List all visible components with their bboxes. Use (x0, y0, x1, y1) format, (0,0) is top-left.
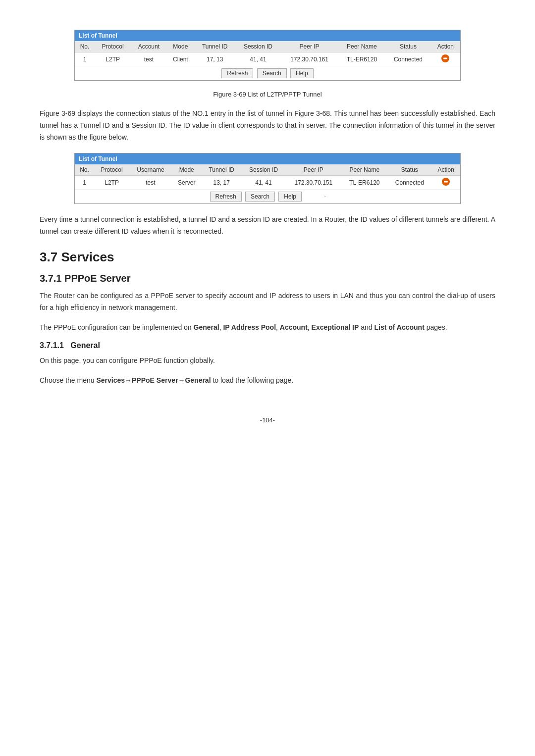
table-1-buttons: Refresh Search Help (75, 66, 460, 81)
cell-peer-name: TL-ER6120 (338, 52, 385, 66)
section-371-title: PPPoE Server (64, 273, 130, 284)
cell-status: Connected (385, 52, 430, 66)
section-371-heading: 3.7.1 PPPoE Server (40, 273, 495, 284)
col2-action: Action (431, 164, 460, 176)
tunnel-table-2-grid: No. Protocol Username Mode Tunnel ID Ses… (75, 164, 460, 203)
pppoe-paragraph-1: The Router can be configured as a PPPoE … (40, 290, 495, 314)
pppoe-paragraph-4: Choose the menu Services→PPPoE Server→Ge… (40, 375, 495, 387)
table-row: 1 L2TP test Client 17, 13 41, 41 172.30.… (75, 52, 460, 66)
col2-peer-name: Peer Name (341, 164, 387, 176)
col-peer-ip: Peer IP (281, 41, 338, 52)
col-action: Action (431, 41, 460, 52)
pppoe-p4-post: to load the following page. (211, 376, 294, 384)
cell2-username: test (129, 176, 172, 190)
pppoe-paragraph-3: On this page, you can configure PPPoE fu… (40, 355, 495, 367)
pppoe-p4-menu: Services→PPPoE Server→General (96, 376, 211, 384)
col-account: Account (131, 41, 166, 52)
pppoe-ippool-bold: IP Address Pool (223, 323, 276, 331)
table-row: 1 L2TP test Server 13, 17 41, 41 172.30.… (75, 176, 460, 190)
pppoe-p2-pre: The PPPoE configuration can be implement… (40, 323, 194, 331)
search-button-2[interactable]: Search (245, 192, 275, 202)
paragraph-1: Figure 3-69 displays the connection stat… (40, 108, 495, 143)
col-protocol: Protocol (95, 41, 131, 52)
page-number: -104- (40, 416, 495, 424)
col2-status: Status (387, 164, 431, 176)
cell-mode: Client (166, 52, 194, 66)
section-37-heading: 3.7 Services (40, 250, 495, 265)
cell-no: 1 (75, 52, 95, 66)
pppoe-general-bold: General (194, 323, 219, 331)
delete-icon[interactable] (441, 54, 449, 62)
section-37-number: 3.7 (40, 250, 57, 264)
col-tunnel-id: Tunnel ID (194, 41, 235, 52)
help-button-1[interactable]: Help (290, 68, 314, 78)
section-3711-heading: 3.7.1.1 General (40, 341, 495, 350)
delete-icon-2[interactable] (442, 178, 450, 186)
paragraph-2: Every time a tunnel connection is establ… (40, 214, 495, 238)
pppoe-listaccount-bold: List of Account (374, 323, 424, 331)
tunnel-table-1-header: List of Tunnel (75, 30, 460, 41)
cell2-protocol: L2TP (94, 176, 129, 190)
figure-1-caption: Figure 3-69 List of L2TP/PPTP Tunnel (40, 91, 495, 98)
cell2-action (431, 176, 460, 190)
section-3711-number: 3.7.1.1 (40, 341, 64, 350)
section-37-title: Services (61, 250, 114, 264)
search-button-1[interactable]: Search (257, 68, 287, 78)
cell2-mode: Server (172, 176, 202, 190)
tunnel-table-1-grid: No. Protocol Account Mode Tunnel ID Sess… (75, 41, 460, 80)
pppoe-paragraph-2: The PPPoE configuration can be implement… (40, 322, 495, 334)
cell2-peer-ip: 172.30.70.151 (286, 176, 342, 190)
col2-username: Username (129, 164, 172, 176)
col-no: No. (75, 41, 95, 52)
col-status: Status (385, 41, 430, 52)
table-2-buttons: Refresh Search Help - (75, 190, 460, 204)
section-3711-title: General (70, 341, 100, 350)
help-button-2[interactable]: Help (278, 192, 302, 202)
section-371-number: 3.7.1 (40, 273, 61, 284)
cell2-no: 1 (75, 176, 94, 190)
cell-tunnel-id: 17, 13 (194, 52, 235, 66)
tunnel-table-2: List of Tunnel No. Protocol Username Mod… (74, 153, 461, 204)
pppoe-exceptionalip-bold: Exceptional IP (312, 323, 359, 331)
cell2-status: Connected (387, 176, 431, 190)
tunnel-table-2-header: List of Tunnel (75, 153, 460, 164)
refresh-button-1[interactable]: Refresh (221, 68, 253, 78)
cell-session-id: 41, 41 (235, 52, 280, 66)
cell-action (431, 52, 460, 66)
tunnel-table-1: List of Tunnel No. Protocol Account Mode… (74, 30, 461, 81)
col-mode: Mode (166, 41, 194, 52)
col-session-id: Session ID (235, 41, 280, 52)
col2-session-id: Session ID (242, 164, 286, 176)
btn-row-2: Refresh Search Help - (75, 190, 460, 204)
cell-account: test (131, 52, 166, 66)
pppoe-account-bold: Account (280, 323, 308, 331)
col2-tunnel-id: Tunnel ID (202, 164, 242, 176)
col2-mode: Mode (172, 164, 202, 176)
pppoe-p4-pre: Choose the menu (40, 376, 96, 384)
col2-no: No. (75, 164, 94, 176)
cell-protocol: L2TP (95, 52, 131, 66)
btn-row: Refresh Search Help (75, 66, 460, 81)
col2-protocol: Protocol (94, 164, 129, 176)
cell2-tunnel-id: 13, 17 (202, 176, 242, 190)
col2-peer-ip: Peer IP (286, 164, 342, 176)
dash-placeholder: - (324, 193, 326, 200)
col-peer-name: Peer Name (338, 41, 385, 52)
cell2-session-id: 41, 41 (242, 176, 286, 190)
cell2-peer-name: TL-ER6120 (341, 176, 387, 190)
cell-peer-ip: 172.30.70.161 (281, 52, 338, 66)
refresh-button-2[interactable]: Refresh (210, 192, 242, 202)
